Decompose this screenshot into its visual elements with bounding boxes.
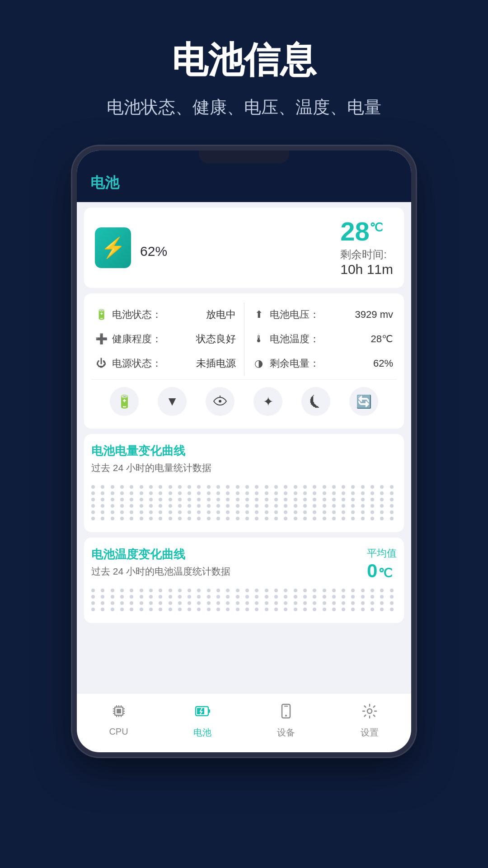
chart-dot [130, 595, 133, 599]
chart-dot [226, 601, 230, 605]
chart-dot [351, 608, 355, 611]
chart-dot [101, 491, 104, 495]
chart-dot [342, 517, 345, 520]
nav-item-settings[interactable]: 设置 [328, 703, 411, 739]
chart-dot [284, 601, 287, 605]
chart-dot [216, 608, 220, 611]
nav-item-device[interactable]: 设备 [244, 703, 328, 739]
chart-dot [120, 595, 124, 599]
chart-dot [351, 498, 355, 501]
chart-dot [101, 498, 104, 501]
chart-dot [91, 498, 95, 501]
chart-dot [140, 498, 143, 501]
quick-wifi-info-icon[interactable] [206, 387, 235, 416]
svg-point-22 [367, 709, 372, 713]
quick-icons: 🔋 ▼ ✦ ⏾ 🔄 [91, 379, 397, 420]
quick-brightness-icon[interactable]: ⏾ [301, 387, 330, 416]
voltage-label: 电池电压： [270, 308, 319, 321]
chart-dot [140, 601, 143, 605]
chart-dot [178, 517, 182, 520]
chart-dot [274, 608, 278, 611]
app-content: 电池 62% 28℃ 剩余时间: 10h 11m [77, 151, 411, 693]
svg-rect-3 [117, 709, 121, 713]
chart-dot [265, 491, 268, 495]
chart-dot [130, 589, 133, 592]
chart-dot [323, 498, 326, 501]
chart-dot [361, 491, 365, 495]
chart-dot [245, 601, 249, 605]
chart-dot [236, 608, 239, 611]
chart-dot [245, 491, 249, 495]
chart1-dots [91, 481, 397, 525]
chart2-avg-label: 平均值 [367, 547, 397, 560]
chart-dot [140, 608, 143, 611]
chart2-title: 电池温度变化曲线 [91, 547, 230, 562]
nav-item-cpu[interactable]: CPU [77, 703, 160, 739]
chart-dot [351, 510, 355, 514]
remain-label: 剩余电量： [270, 357, 319, 370]
chart-dot [101, 601, 104, 605]
chart-dot [255, 498, 258, 501]
svg-point-20 [285, 715, 287, 717]
chart-dot [111, 498, 114, 501]
chart-dot [130, 498, 133, 501]
chart-dot [149, 510, 153, 514]
battery-time-label: 剩余时间: [340, 247, 393, 262]
chart-dot [313, 491, 316, 495]
quick-battery-icon[interactable]: 🔋 [110, 387, 139, 416]
quick-bluetooth-icon[interactable]: ✦ [253, 387, 282, 416]
temperature-chart-card[interactable]: 电池温度变化曲线 过去 24 小时的电池温度统计数据 平均值 0 ℃ [84, 538, 404, 623]
quick-wifi-icon[interactable]: ▼ [158, 387, 187, 416]
chart-dot [274, 510, 278, 514]
battery-nav-label: 电池 [193, 726, 211, 739]
chart-dot [303, 589, 307, 592]
chart-dot [149, 485, 153, 489]
chart-dot [284, 589, 287, 592]
chart-dot [101, 510, 104, 514]
cpu-nav-icon [110, 703, 127, 724]
chart-dot [390, 485, 394, 489]
phone-notch [199, 151, 289, 163]
chart-dot [226, 595, 230, 599]
battery-nav-icon [194, 703, 211, 724]
device-nav-icon [277, 703, 295, 724]
chart-dot [188, 589, 191, 592]
chart-dot [274, 601, 278, 605]
chart2-avg-value: 0 [367, 560, 377, 582]
chart-dot [130, 510, 133, 514]
chart-dot [342, 595, 345, 599]
chart-dot [361, 498, 365, 501]
chart-dot [245, 485, 249, 489]
chart-dot [178, 589, 182, 592]
battery-chart-card[interactable]: 电池电量变化曲线 过去 24 小时的电量统计数据 [84, 434, 404, 532]
chart-dot [111, 510, 114, 514]
chart-dot [111, 517, 114, 520]
quick-rotate-icon[interactable]: 🔄 [349, 387, 378, 416]
chart-dot [91, 504, 95, 508]
chart-dot [236, 504, 239, 508]
chart-dot [111, 491, 114, 495]
chart-dot [188, 510, 191, 514]
chart-dot [149, 491, 153, 495]
chart-dot [332, 589, 336, 592]
chart-dot [361, 589, 365, 592]
chart-dot [207, 589, 211, 592]
chart-dot [91, 510, 95, 514]
power-icon: ⏻ [95, 358, 108, 369]
chart-dot [130, 608, 133, 611]
chart-dot [130, 485, 133, 489]
battery-time-value: 10h 11m [340, 262, 393, 277]
chart-dot [303, 517, 307, 520]
chart-dot [236, 498, 239, 501]
chart-dot [313, 608, 316, 611]
chart-dot [120, 504, 124, 508]
chart-dot [245, 517, 249, 520]
nav-item-battery[interactable]: 电池 [160, 703, 244, 739]
chart-dot [159, 491, 162, 495]
chart-dot [169, 491, 172, 495]
temp-value: 28℃ [371, 333, 393, 345]
chart-dot [207, 608, 211, 611]
chart-dot [188, 498, 191, 501]
chart-dot [371, 517, 374, 520]
chart-dot [361, 517, 365, 520]
